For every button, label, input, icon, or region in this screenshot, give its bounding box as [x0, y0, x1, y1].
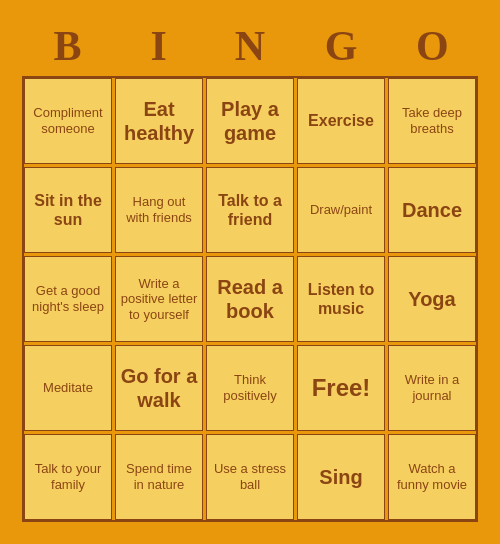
bingo-cell: Compliment someone — [24, 78, 112, 164]
bingo-letter: G — [297, 22, 385, 70]
bingo-cell: Eat healthy — [115, 78, 203, 164]
bingo-cell: Use a stress ball — [206, 434, 294, 520]
bingo-cell: Read a book — [206, 256, 294, 342]
bingo-card: BINGO Compliment someoneEat healthyPlay … — [10, 10, 490, 534]
bingo-cell: Exercise — [297, 78, 385, 164]
bingo-cell: Talk to your family — [24, 434, 112, 520]
bingo-cell: Free! — [297, 345, 385, 431]
bingo-cell: Sing — [297, 434, 385, 520]
bingo-grid: Compliment someoneEat healthyPlay a game… — [22, 76, 478, 522]
bingo-letter: I — [115, 22, 203, 70]
bingo-cell: Think positively — [206, 345, 294, 431]
bingo-header: BINGO — [22, 22, 478, 70]
bingo-cell: Take deep breaths — [388, 78, 476, 164]
bingo-letter: N — [206, 22, 294, 70]
bingo-cell: Draw/paint — [297, 167, 385, 253]
bingo-cell: Hang out with friends — [115, 167, 203, 253]
bingo-cell: Play a game — [206, 78, 294, 164]
bingo-cell: Listen to music — [297, 256, 385, 342]
bingo-letter: B — [24, 22, 112, 70]
bingo-cell: Write in a journal — [388, 345, 476, 431]
bingo-cell: Watch a funny movie — [388, 434, 476, 520]
bingo-cell: Yoga — [388, 256, 476, 342]
bingo-cell: Dance — [388, 167, 476, 253]
bingo-cell: Meditate — [24, 345, 112, 431]
bingo-cell: Go for a walk — [115, 345, 203, 431]
bingo-cell: Spend time in nature — [115, 434, 203, 520]
bingo-cell: Write a positive letter to yourself — [115, 256, 203, 342]
bingo-cell: Talk to a friend — [206, 167, 294, 253]
bingo-cell: Sit in the sun — [24, 167, 112, 253]
bingo-cell: Get a good night's sleep — [24, 256, 112, 342]
bingo-letter: O — [388, 22, 476, 70]
